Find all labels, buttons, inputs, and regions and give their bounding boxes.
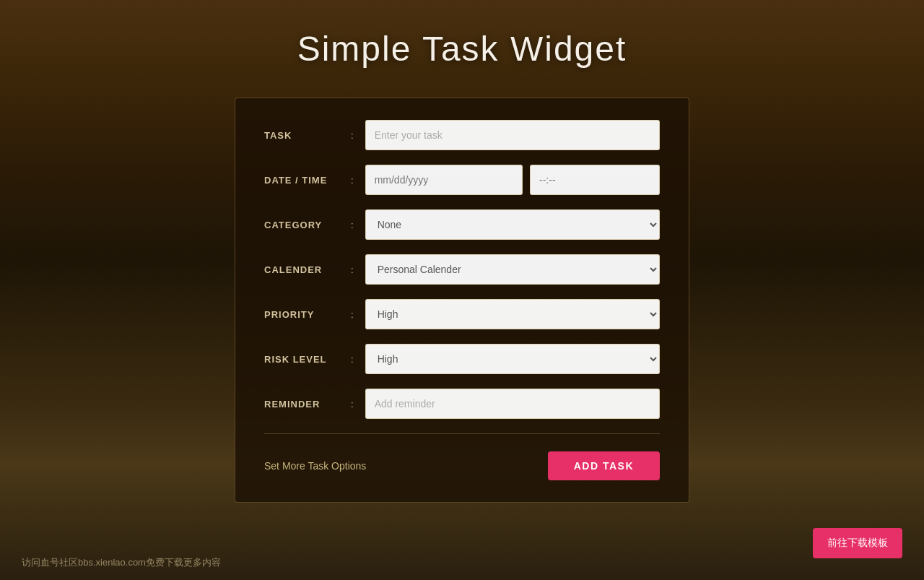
time-input[interactable]	[530, 165, 660, 195]
category-label: CATEGORY	[264, 220, 351, 230]
set-more-options-link[interactable]: Set More Task Options	[264, 460, 366, 472]
calendar-label: CALENDER	[264, 264, 351, 275]
category-row: CATEGORY : None Work Personal Shopping H…	[264, 209, 660, 240]
category-colon: :	[351, 220, 354, 230]
download-template-button[interactable]: 前往下载模板	[813, 528, 902, 558]
risk-row: RISK LEVEL : High Medium Low	[264, 344, 660, 374]
calendar-select[interactable]: Personal Calender Work Calender Family C…	[365, 254, 660, 285]
reminder-label: REMINDER	[264, 399, 351, 410]
calendar-row: CALENDER : Personal Calender Work Calend…	[264, 254, 660, 285]
risk-colon: :	[351, 354, 354, 365]
priority-row: PRIORITY : High Medium Low	[264, 299, 660, 329]
task-row: TASK :	[264, 120, 660, 150]
risk-label: RISK LEVEL	[264, 354, 351, 365]
category-select[interactable]: None Work Personal Shopping Health	[365, 209, 660, 240]
form-card: TASK : DATE / TIME : CATEGORY : None Wor…	[235, 98, 689, 503]
task-label: TASK	[264, 130, 351, 141]
task-colon: :	[351, 130, 354, 141]
datetime-inputs	[365, 165, 660, 195]
reminder-row: REMINDER :	[264, 389, 660, 419]
reminder-colon: :	[351, 399, 354, 410]
priority-select[interactable]: High Medium Low	[365, 299, 660, 329]
reminder-input[interactable]	[365, 389, 660, 419]
priority-label: PRIORITY	[264, 309, 351, 320]
datetime-row: DATE / TIME :	[264, 165, 660, 195]
datetime-label: DATE / TIME	[264, 175, 351, 186]
watermark-text: 访问血号社区bbs.xienlao.com免费下载更多内容	[22, 556, 221, 569]
risk-select[interactable]: High Medium Low	[365, 344, 660, 374]
page-container: Simple Task Widget TASK : DATE / TIME : …	[0, 0, 924, 580]
add-task-button[interactable]: ADD TASK	[548, 451, 660, 480]
form-footer: Set More Task Options ADD TASK	[264, 449, 660, 480]
priority-colon: :	[351, 309, 354, 320]
datetime-colon: :	[351, 175, 354, 186]
page-title: Simple Task Widget	[297, 29, 627, 69]
divider	[264, 433, 660, 434]
date-input[interactable]	[365, 165, 523, 195]
calendar-colon: :	[351, 264, 354, 275]
task-input[interactable]	[365, 120, 660, 150]
